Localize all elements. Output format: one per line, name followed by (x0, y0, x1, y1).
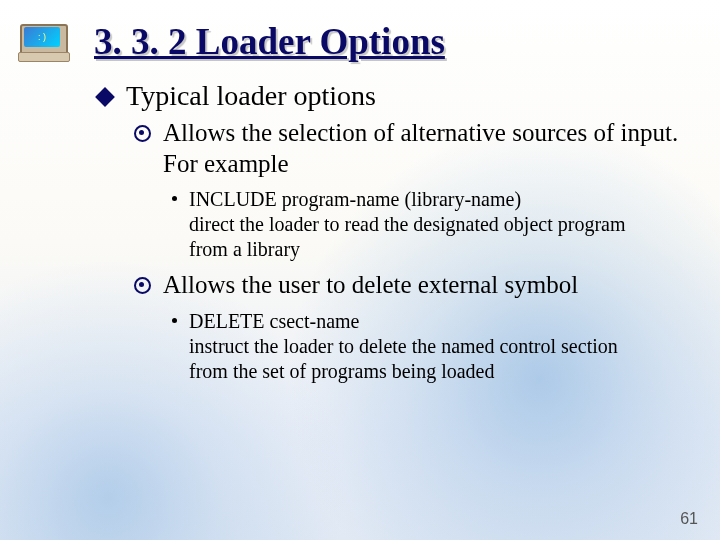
level3-command: INCLUDE program-name (library-name) (189, 188, 521, 210)
computer-icon: : ) (14, 18, 70, 60)
level3-description: instruct the loader to delete the named … (189, 335, 618, 382)
dot-bullet-icon (172, 318, 177, 323)
slide-body: Typical loader options Allows the select… (94, 80, 680, 392)
bullet-level3: INCLUDE program-name (library-name) dire… (170, 187, 680, 262)
bullet-level2: Allows the user to delete external symbo… (134, 270, 680, 301)
dot-bullet-icon (172, 196, 177, 201)
page-number: 61 (680, 510, 698, 528)
circle-bullet-icon (134, 277, 151, 294)
slide-title: 3. 3. 2 Loader Options (94, 20, 445, 63)
level2-text: Allows the selection of alternative sour… (163, 118, 680, 179)
level1-text: Typical loader options (126, 80, 376, 112)
diamond-bullet-icon (95, 87, 115, 107)
level3-description: direct the loader to read the designated… (189, 213, 625, 260)
bullet-level1: Typical loader options (94, 80, 680, 112)
level3-command: DELETE csect-name (189, 310, 359, 332)
circle-bullet-icon (134, 125, 151, 142)
computer-icon-face: : ) (24, 27, 60, 47)
bullet-level2: Allows the selection of alternative sour… (134, 118, 680, 179)
level2-text: Allows the user to delete external symbo… (163, 270, 578, 301)
bullet-level3: DELETE csect-name instruct the loader to… (170, 309, 680, 384)
